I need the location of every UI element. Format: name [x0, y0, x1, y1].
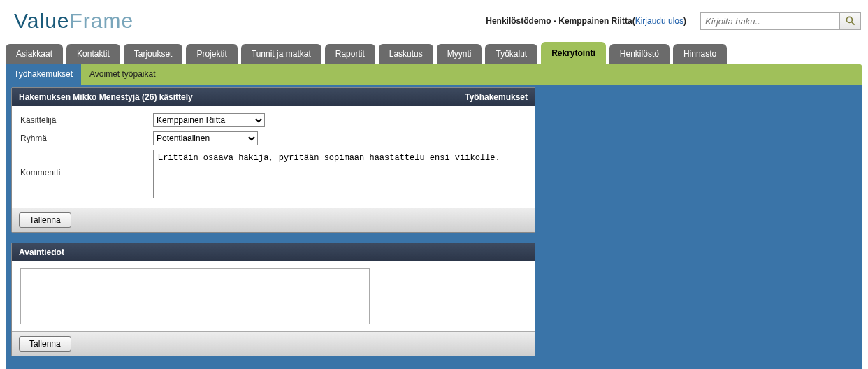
group-select[interactable]: Potentiaalinen [153, 131, 258, 145]
search-button[interactable] [840, 12, 861, 30]
user-info: Henkilöstödemo - Kemppainen Riitta(Kirja… [486, 16, 686, 26]
key-info-box[interactable] [20, 268, 370, 324]
logout-link[interactable]: Kirjaudu ulos [635, 16, 683, 26]
tab-projektit[interactable]: Projektit [186, 44, 237, 64]
svg-point-0 [846, 17, 852, 22]
panel-title-right: Työhakemukset [465, 92, 528, 102]
handler-select[interactable]: Kemppainen Riitta [153, 113, 265, 127]
tab-tunnit-ja-matkat[interactable]: Tunnit ja matkat [241, 44, 321, 64]
tab-hinnasto[interactable]: Hinnasto [673, 44, 727, 64]
tab-tarjoukset[interactable]: Tarjoukset [124, 44, 183, 64]
tab-rekrytointi[interactable]: Rekrytointi [541, 42, 606, 64]
tab-myynti[interactable]: Myynti [437, 44, 482, 64]
group-label: Ryhmä [20, 131, 153, 143]
tab-kontaktit[interactable]: Kontaktit [66, 44, 120, 64]
panel-title: Hakemuksen Mikko Menestyjä (26) käsittel… [19, 92, 193, 102]
save-button-2[interactable]: Tallenna [19, 336, 71, 352]
svg-line-1 [851, 22, 854, 25]
save-button[interactable]: Tallenna [19, 212, 71, 228]
handler-label: Käsittelijä [20, 113, 153, 125]
application-handling-panel: Hakemuksen Mikko Menestyjä (26) käsittel… [11, 87, 535, 233]
sub-tabs: Työhakemukset Avoimet työpaikat [6, 64, 862, 85]
tab-asiakkaat[interactable]: Asiakkaat [6, 44, 63, 64]
search-icon [845, 15, 856, 27]
comment-label: Kommentti [20, 150, 153, 178]
tab-raportit[interactable]: Raportit [325, 44, 375, 64]
key-info-panel: Avaintiedot Tallenna [11, 243, 535, 356]
logo: ValueFrame [14, 9, 133, 33]
comment-textarea[interactable] [153, 150, 509, 198]
subtab-avoimet-tyopaikat[interactable]: Avoimet työpaikat [81, 64, 164, 85]
panel-title: Avaintiedot [19, 247, 64, 257]
search-input[interactable] [700, 12, 840, 30]
main-tabs: Asiakkaat Kontaktit Tarjoukset Projektit… [0, 42, 868, 64]
subtab-tyohakemukset[interactable]: Työhakemukset [6, 64, 81, 85]
tab-tyokalut[interactable]: Työkalut [485, 44, 537, 64]
tab-laskutus[interactable]: Laskutus [379, 44, 433, 64]
tab-henkilosto[interactable]: Henkilöstö [609, 44, 670, 64]
